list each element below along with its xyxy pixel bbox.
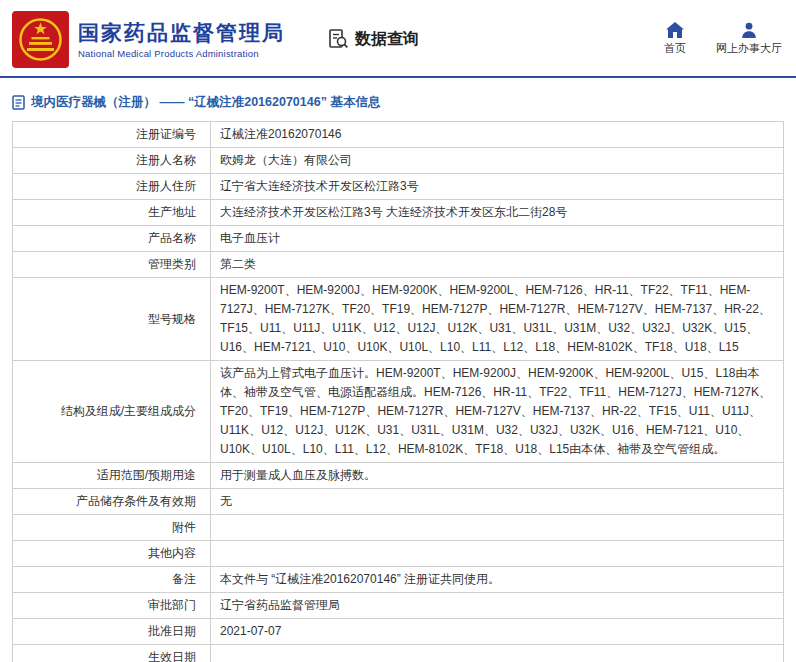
row-value: 第二类 [211, 252, 784, 278]
national-emblem-logo [12, 11, 69, 68]
row-label: 注册人住所 [13, 174, 211, 200]
data-query-icon [327, 28, 349, 50]
nav-hall-label: 网上办事大厅 [716, 41, 782, 56]
row-label: 附件 [13, 515, 211, 541]
row-value: 无 [211, 489, 784, 515]
row-label: 注册人名称 [13, 148, 211, 174]
row-label: 管理类别 [13, 252, 211, 278]
row-value: 2021-07-07 [211, 619, 784, 645]
table-row: 产品储存条件及有效期 无 [13, 489, 784, 515]
table-row: 生效日期 [13, 645, 784, 662]
row-label: 注册证编号 [13, 122, 211, 148]
row-value: 大连经济技术开发区松江路3号 大连经济技术开发区东北二街28号 [211, 200, 784, 226]
table-row: 型号规格 HEM-9200T、HEM-9200J、HEM-9200K、HEM-9… [13, 278, 784, 361]
row-value: 辽械注准20162070146 [211, 122, 784, 148]
table-row: 结构及组成/主要组成成分 该产品为上臂式电子血压计。HEM-9200T、HEM-… [13, 361, 784, 463]
row-label: 适用范围/预期用途 [13, 463, 211, 489]
site-header: 国家药品监督管理局 National Medical Products Admi… [0, 0, 796, 76]
row-value: 欧姆龙（大连）有限公司 [211, 148, 784, 174]
nav-home[interactable]: 首页 [664, 22, 686, 56]
row-value [211, 515, 784, 541]
row-label: 产品名称 [13, 226, 211, 252]
row-value: 辽宁省大连经济技术开发区松江路3号 [211, 174, 784, 200]
row-value [211, 645, 784, 662]
table-row: 适用范围/预期用途 用于测量成人血压及脉搏数。 [13, 463, 784, 489]
table-row: 批准日期 2021-07-07 [13, 619, 784, 645]
breadcrumb-text: 境内医疗器械（注册） —— “辽械注准20162070146” 基本信息 [31, 94, 380, 111]
row-label: 其他内容 [13, 541, 211, 567]
table-row: 附件 [13, 515, 784, 541]
row-label: 批准日期 [13, 619, 211, 645]
row-label: 生产地址 [13, 200, 211, 226]
table-row: 备注 本文件与 “辽械注准20162070146” 注册证共同使用。 [13, 567, 784, 593]
row-value: 辽宁省药品监督管理局 [211, 593, 784, 619]
home-icon [666, 22, 684, 38]
row-value: HEM-9200T、HEM-9200J、HEM-9200K、HEM-9200L、… [211, 278, 784, 361]
table-row: 生产地址 大连经济技术开发区松江路3号 大连经济技术开发区东北二街28号 [13, 200, 784, 226]
table-row: 管理类别 第二类 [13, 252, 784, 278]
nav-home-label: 首页 [664, 41, 686, 56]
registration-info-table: 注册证编号 辽械注准20162070146 注册人名称 欧姆龙（大连）有限公司 … [12, 121, 784, 662]
table-row: 产品名称 电子血压计 [13, 226, 784, 252]
table-row: 审批部门 辽宁省药品监督管理局 [13, 593, 784, 619]
row-label: 审批部门 [13, 593, 211, 619]
agency-title-block: 国家药品监督管理局 National Medical Products Admi… [78, 20, 285, 59]
row-label: 生效日期 [13, 645, 211, 662]
row-value: 电子血压计 [211, 226, 784, 252]
row-label: 产品储存条件及有效期 [13, 489, 211, 515]
row-label: 备注 [13, 567, 211, 593]
data-query-label: 数据查询 [355, 29, 419, 50]
agency-title: 国家药品监督管理局 [78, 20, 285, 46]
document-icon [12, 95, 25, 110]
top-nav: 首页 网上办事大厅 [634, 22, 782, 56]
row-value [211, 541, 784, 567]
registration-table-body: 注册证编号 辽械注准20162070146 注册人名称 欧姆龙（大连）有限公司 … [13, 122, 784, 662]
agency-title-en: National Medical Products Administration [78, 48, 285, 59]
table-row: 注册证编号 辽械注准20162070146 [13, 122, 784, 148]
breadcrumb: 境内医疗器械（注册） —— “辽械注准20162070146” 基本信息 [12, 94, 784, 111]
row-label: 型号规格 [13, 278, 211, 361]
row-value: 本文件与 “辽械注准20162070146” 注册证共同使用。 [211, 567, 784, 593]
nav-data-query[interactable]: 数据查询 [327, 28, 419, 50]
row-value: 该产品为上臂式电子血压计。HEM-9200T、HEM-9200J、HEM-920… [211, 361, 784, 463]
table-row: 注册人名称 欧姆龙（大连）有限公司 [13, 148, 784, 174]
header-divider [0, 76, 796, 78]
row-value: 用于测量成人血压及脉搏数。 [211, 463, 784, 489]
row-label: 结构及组成/主要组成成分 [13, 361, 211, 463]
table-row: 其他内容 [13, 541, 784, 567]
table-row: 注册人住所 辽宁省大连经济技术开发区松江路3号 [13, 174, 784, 200]
user-icon [741, 22, 757, 38]
nav-service-hall[interactable]: 网上办事大厅 [716, 22, 782, 56]
